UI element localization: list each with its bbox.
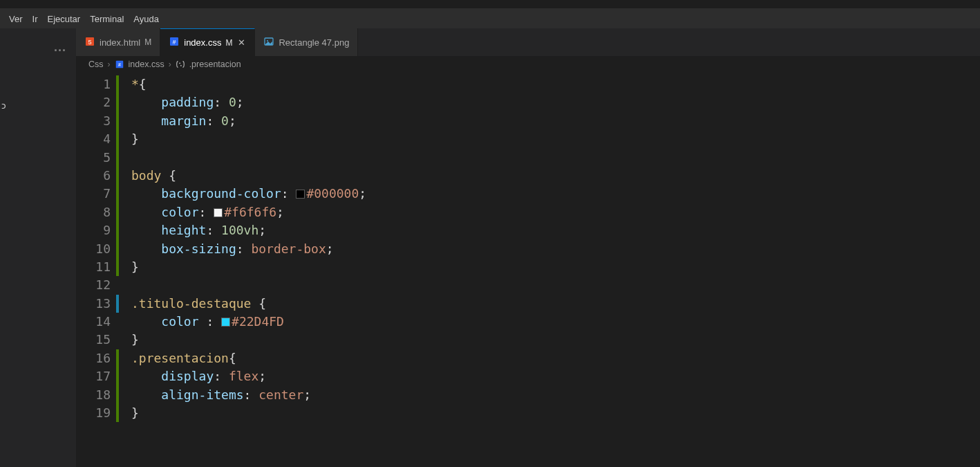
svg-text:#: # bbox=[173, 39, 176, 46]
line-number: 4 bbox=[76, 130, 116, 148]
tab-index-html[interactable]: 5 index.html M bbox=[76, 28, 160, 56]
tab-rectangle-png[interactable]: Rectangle 47.png bbox=[255, 28, 358, 56]
tab-label: Rectangle 47.png bbox=[279, 37, 349, 48]
close-icon[interactable]: ✕ bbox=[236, 37, 246, 48]
menu-item-ayuda[interactable]: Ayuda bbox=[129, 14, 164, 24]
code-line[interactable]: color : #22D4FD bbox=[131, 313, 366, 331]
main-area: ··· ɔ 5 index.html M # index.css M ✕ bbox=[0, 28, 980, 467]
code-line[interactable]: *{ bbox=[131, 75, 366, 93]
code-line[interactable] bbox=[131, 276, 366, 294]
line-number: 1 bbox=[76, 75, 116, 93]
line-number: 7 bbox=[76, 185, 116, 203]
svg-point-5 bbox=[267, 40, 268, 42]
sidebar-glyph: ɔ bbox=[0, 101, 76, 111]
code-line[interactable]: display: flex; bbox=[131, 367, 366, 385]
svg-point-9 bbox=[180, 65, 182, 66]
code-line[interactable]: align-items: center; bbox=[131, 386, 366, 404]
code-line[interactable] bbox=[131, 149, 366, 167]
line-number: 19 bbox=[76, 404, 116, 422]
line-number: 3 bbox=[76, 112, 116, 130]
tab-label: index.html bbox=[100, 37, 140, 48]
svg-point-8 bbox=[179, 63, 180, 64]
image-file-icon bbox=[263, 36, 274, 49]
code-line[interactable]: color: #f6f6f6; bbox=[131, 203, 366, 221]
code-editor[interactable]: 12345678910111213141516171819 *{ padding… bbox=[76, 73, 980, 422]
code-line[interactable]: .presentacion{ bbox=[131, 349, 366, 367]
tab-strip: 5 index.html M # index.css M ✕ Rectangle… bbox=[76, 28, 980, 56]
breadcrumb-seg-folder[interactable]: Css bbox=[88, 59, 104, 69]
menu-item-ir[interactable]: Ir bbox=[28, 14, 43, 24]
explorer-sidebar: ··· ɔ bbox=[0, 28, 76, 467]
breadcrumb-seg-file[interactable]: index.css bbox=[129, 59, 164, 69]
line-number-gutter: 12345678910111213141516171819 bbox=[76, 75, 116, 422]
line-number: 17 bbox=[76, 367, 116, 385]
breadcrumb-seg-symbol[interactable]: .presentacion bbox=[189, 59, 241, 69]
line-number: 15 bbox=[76, 331, 116, 349]
line-number: 14 bbox=[76, 313, 116, 331]
menu-item-terminal[interactable]: Terminal bbox=[85, 14, 129, 24]
code-line[interactable]: } bbox=[131, 258, 366, 276]
line-number: 13 bbox=[76, 295, 116, 313]
menu-item-ver[interactable]: Ver bbox=[4, 14, 28, 24]
title-bar bbox=[0, 0, 980, 9]
line-number: 6 bbox=[76, 167, 116, 185]
line-number: 18 bbox=[76, 386, 116, 404]
code-line[interactable]: margin: 0; bbox=[131, 112, 366, 130]
overflow-menu-icon[interactable]: ··· bbox=[0, 44, 76, 58]
code-line[interactable]: } bbox=[131, 130, 366, 148]
line-number: 5 bbox=[76, 149, 116, 167]
line-number: 2 bbox=[76, 93, 116, 111]
code-line[interactable]: } bbox=[131, 331, 366, 349]
menu-item-ejecutar[interactable]: Ejecutar bbox=[42, 14, 85, 24]
svg-text:5: 5 bbox=[88, 39, 91, 46]
css-file-icon: # bbox=[169, 36, 180, 49]
code-line[interactable]: } bbox=[131, 404, 366, 422]
css-rule-icon bbox=[176, 59, 185, 70]
chevron-right-icon: › bbox=[108, 59, 111, 69]
tab-modified-badge: M bbox=[144, 37, 151, 47]
line-number: 10 bbox=[76, 240, 116, 258]
code-line[interactable]: .titulo-destaque { bbox=[131, 295, 366, 313]
html-file-icon: 5 bbox=[84, 36, 95, 49]
chevron-right-icon: › bbox=[169, 59, 171, 69]
tab-label: index.css bbox=[184, 37, 221, 48]
code-line[interactable]: box-sizing: border-box; bbox=[131, 240, 366, 258]
code-line[interactable]: padding: 0; bbox=[131, 93, 366, 111]
breadcrumb[interactable]: Css › # index.css › .presentacion bbox=[76, 56, 980, 73]
code-line[interactable]: height: 100vh; bbox=[131, 221, 366, 239]
line-number: 8 bbox=[76, 203, 116, 221]
menu-bar: Ver Ir Ejecutar Terminal Ayuda bbox=[0, 9, 980, 28]
line-number: 11 bbox=[76, 258, 116, 276]
css-file-icon: # bbox=[115, 59, 124, 70]
line-number: 9 bbox=[76, 221, 116, 239]
code-line[interactable]: body { bbox=[131, 167, 366, 185]
line-number: 16 bbox=[76, 349, 116, 367]
code-content[interactable]: *{ padding: 0; margin: 0;}body { backgro… bbox=[119, 75, 366, 422]
code-line[interactable]: background-color: #000000; bbox=[131, 185, 366, 203]
editor-region: 5 index.html M # index.css M ✕ Rectangle… bbox=[76, 28, 980, 467]
tab-index-css[interactable]: # index.css M ✕ bbox=[160, 28, 255, 56]
tab-modified-badge: M bbox=[225, 38, 232, 48]
line-number: 12 bbox=[76, 276, 116, 294]
svg-text:#: # bbox=[118, 62, 121, 67]
